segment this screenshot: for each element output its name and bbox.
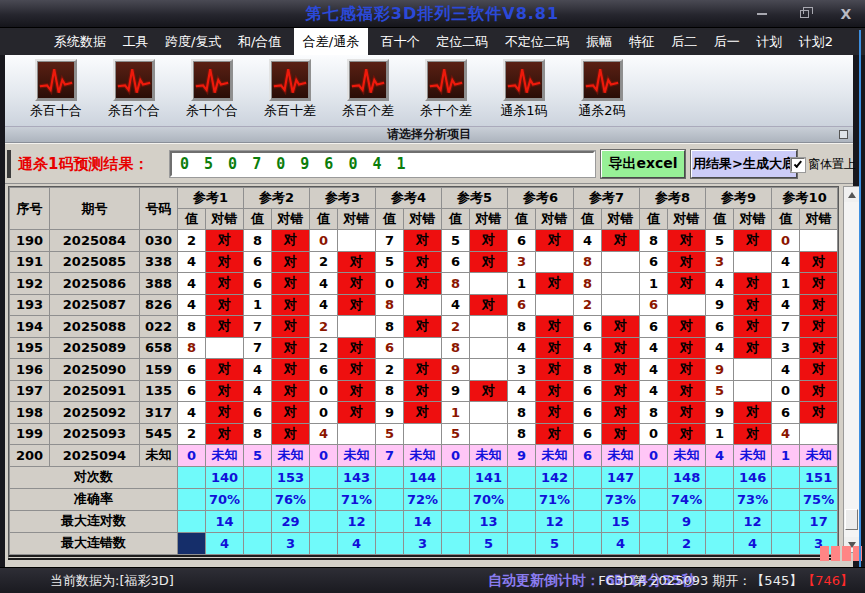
ref-mark-cell[interactable]: [470, 316, 508, 338]
ref-mark-cell[interactable]: 对: [338, 359, 376, 381]
ref-value-cell[interactable]: 6: [574, 445, 602, 467]
ref-mark-cell[interactable]: 对: [800, 337, 838, 359]
ref-value-cell[interactable]: 8: [640, 230, 668, 252]
ref-value-cell[interactable]: 4: [706, 337, 734, 359]
summary-value-cell[interactable]: 146: [734, 466, 772, 488]
ref-value-cell[interactable]: 0: [310, 380, 338, 402]
ref-mark-cell[interactable]: 对: [404, 380, 442, 402]
ref-mark-cell[interactable]: 对: [536, 423, 574, 445]
menu-item-11[interactable]: 后二: [667, 29, 701, 55]
menu-item-6[interactable]: 百十个: [377, 29, 424, 55]
period-cell[interactable]: 2025089: [50, 337, 140, 359]
ref-value-cell[interactable]: 4: [772, 359, 800, 381]
summary-spacer-cell[interactable]: [244, 466, 272, 488]
summary-spacer-cell[interactable]: [640, 488, 668, 510]
ref-mark-cell[interactable]: 对: [734, 273, 772, 295]
tool-button-4[interactable]: 杀百十差: [251, 59, 329, 120]
ref-mark-cell[interactable]: 对: [206, 251, 244, 273]
ref-mark-cell[interactable]: 对: [668, 423, 706, 445]
menu-item-14[interactable]: 计划2: [795, 29, 837, 55]
summary-value-cell[interactable]: 2: [668, 532, 706, 554]
ref-mark-cell[interactable]: 对: [800, 359, 838, 381]
summary-value-cell[interactable]: 74%: [668, 488, 706, 510]
ref-mark-cell[interactable]: 未知: [800, 445, 838, 467]
summary-spacer-cell[interactable]: [706, 466, 734, 488]
ref-value-cell[interactable]: 4: [640, 359, 668, 381]
ref-value-cell[interactable]: 5: [706, 380, 734, 402]
summary-spacer-cell[interactable]: [310, 532, 338, 554]
ref-mark-cell[interactable]: [338, 423, 376, 445]
summary-spacer-cell[interactable]: [244, 488, 272, 510]
seq-cell[interactable]: 190: [10, 230, 50, 252]
ref-mark-cell[interactable]: 对: [602, 380, 640, 402]
ref-mark-cell[interactable]: [404, 337, 442, 359]
summary-value-cell[interactable]: 4: [734, 532, 772, 554]
summary-spacer-cell[interactable]: [178, 488, 206, 510]
summary-value-cell[interactable]: 73%: [734, 488, 772, 510]
ref-mark-cell[interactable]: 对: [272, 402, 310, 424]
ref-value-cell[interactable]: 8: [508, 316, 536, 338]
summary-spacer-cell[interactable]: [310, 510, 338, 532]
ref-value-cell[interactable]: 0: [640, 445, 668, 467]
prediction-result-input[interactable]: [170, 151, 595, 177]
number-cell[interactable]: 658: [140, 337, 178, 359]
ref-value-cell[interactable]: 7: [376, 445, 404, 467]
ref-mark-cell[interactable]: 未知: [602, 445, 640, 467]
ref-value-cell[interactable]: 9: [376, 402, 404, 424]
ref-mark-cell[interactable]: 对: [404, 251, 442, 273]
ref-value-cell[interactable]: 2: [310, 251, 338, 273]
ref-mark-cell[interactable]: [536, 294, 574, 316]
ref-value-cell[interactable]: 8: [574, 359, 602, 381]
ref-mark-cell[interactable]: [602, 251, 640, 273]
ref-value-cell[interactable]: 1: [772, 445, 800, 467]
ref-mark-cell[interactable]: 对: [272, 337, 310, 359]
ref-mark-cell[interactable]: 对: [338, 251, 376, 273]
summary-label[interactable]: 最大连对数: [10, 510, 178, 532]
ref-mark-cell[interactable]: [338, 316, 376, 338]
ref-value-cell[interactable]: 2: [376, 359, 404, 381]
summary-value-cell[interactable]: 143: [338, 466, 376, 488]
summary-spacer-cell[interactable]: [310, 466, 338, 488]
ref-value-cell[interactable]: 4: [508, 380, 536, 402]
ref-mark-cell[interactable]: 对: [338, 380, 376, 402]
ref-value-cell[interactable]: 4: [244, 380, 272, 402]
summary-value-cell[interactable]: 12: [536, 510, 574, 532]
ref-mark-cell[interactable]: 对: [668, 230, 706, 252]
ref-value-cell[interactable]: 4: [178, 294, 206, 316]
ref-value-cell[interactable]: 3: [508, 251, 536, 273]
ref-mark-cell[interactable]: 对: [536, 230, 574, 252]
ref-value-cell[interactable]: 5: [244, 445, 272, 467]
ref-value-cell[interactable]: 8: [376, 294, 404, 316]
seq-cell[interactable]: 191: [10, 251, 50, 273]
period-cell[interactable]: 2025085: [50, 251, 140, 273]
ref-mark-cell[interactable]: 对: [536, 359, 574, 381]
ref-mark-cell[interactable]: 对: [734, 337, 772, 359]
summary-value-cell[interactable]: 3: [404, 532, 442, 554]
seq-cell[interactable]: 199: [10, 423, 50, 445]
ref-value-cell[interactable]: 2: [178, 230, 206, 252]
panel-toggle-icon[interactable]: [839, 130, 848, 139]
summary-spacer-cell[interactable]: [772, 510, 800, 532]
generate-pool-button[interactable]: 用结果>生成大底: [691, 150, 797, 178]
ref-value-cell[interactable]: 8: [244, 423, 272, 445]
ref-mark-cell[interactable]: 对: [404, 402, 442, 424]
ref-value-cell[interactable]: 0: [310, 230, 338, 252]
ref-mark-cell[interactable]: 对: [470, 251, 508, 273]
ref-mark-cell[interactable]: 对: [668, 251, 706, 273]
ref-mark-cell[interactable]: 对: [206, 402, 244, 424]
ref-value-cell[interactable]: 4: [706, 445, 734, 467]
ref-mark-cell[interactable]: 对: [668, 273, 706, 295]
ref-mark-cell[interactable]: 对: [536, 337, 574, 359]
ref-mark-cell[interactable]: 未知: [734, 445, 772, 467]
summary-spacer-cell[interactable]: [706, 488, 734, 510]
menu-item-7[interactable]: 定位二码: [432, 29, 492, 55]
number-cell[interactable]: 159: [140, 359, 178, 381]
ref-value-cell[interactable]: 0: [772, 380, 800, 402]
minimize-button[interactable]: [753, 5, 771, 23]
summary-label[interactable]: 准确率: [10, 488, 178, 510]
summary-value-cell[interactable]: 9: [668, 510, 706, 532]
ref-value-cell[interactable]: 8: [640, 402, 668, 424]
summary-value-cell[interactable]: 153: [272, 466, 310, 488]
ref-value-cell[interactable]: 6: [178, 380, 206, 402]
ref-mark-cell[interactable]: 对: [272, 273, 310, 295]
